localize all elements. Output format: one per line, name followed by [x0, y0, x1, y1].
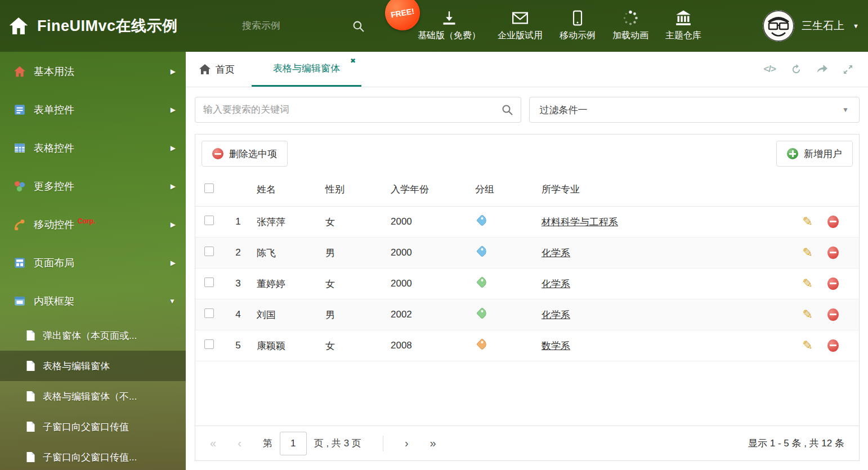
major-link[interactable]: 材料科学与工程系	[542, 217, 618, 227]
delete-row-icon[interactable]	[827, 216, 839, 228]
cell-gender: 女	[319, 216, 384, 229]
row-checkbox[interactable]	[204, 277, 214, 287]
file-icon	[26, 451, 35, 463]
column-header-year: 入学年份	[384, 183, 469, 196]
tag-icon	[476, 307, 488, 319]
sidebar-item-mobile-controls[interactable]: 移动控件 Corp. ▶	[0, 205, 186, 244]
sidebar: 基本用法 ▶ 表单控件 ▶ 表格控件 ▶ 更多	[0, 52, 186, 470]
major-link[interactable]: 化学系	[542, 279, 570, 289]
cell-gender: 男	[319, 308, 384, 321]
select-all-checkbox[interactable]	[204, 183, 214, 193]
nav-item-mobile-demo[interactable]: 移动示例	[560, 10, 596, 42]
first-page-icon[interactable]: «	[210, 437, 216, 450]
free-badge: FREE!	[382, 0, 423, 33]
delete-selected-button[interactable]: 删除选中项	[202, 141, 288, 167]
nav-item-theme-repo[interactable]: 主题仓库	[665, 10, 701, 42]
nav-item-enterprise-trial[interactable]: 企业版试用	[498, 10, 543, 42]
table-row[interactable]: 5 康颖颖 女 2008 数学系 ✎	[195, 330, 859, 361]
header-nav: 基础版（免费） 企业版试用 移动示例 加载动画	[418, 0, 701, 52]
sidebar-item-basic-usage[interactable]: 基本用法 ▶	[0, 52, 186, 91]
grid-toolbar: 删除选中项 新增用户	[195, 135, 859, 173]
user-name[interactable]: 三生石上	[802, 19, 844, 33]
sidebar-subitem-popup-window[interactable]: 弹出窗体（本页面或...	[0, 320, 186, 351]
expand-icon[interactable]	[843, 64, 853, 75]
sidebar-subitem-child-to-parent[interactable]: 子窗口向父窗口传值	[0, 411, 186, 442]
delete-row-icon[interactable]	[827, 339, 839, 352]
file-icon	[26, 421, 35, 432]
tab-home[interactable]: 首页	[186, 52, 252, 87]
next-page-icon[interactable]: ›	[405, 437, 409, 450]
edit-pencil-icon[interactable]: ✎	[803, 247, 813, 259]
file-icon	[26, 360, 35, 371]
page-number-input[interactable]	[280, 432, 307, 455]
prev-page-icon[interactable]: ‹	[238, 437, 241, 450]
row-number: 4	[226, 309, 250, 320]
column-header-gender: 性别	[319, 183, 384, 196]
last-page-icon[interactable]: »	[430, 437, 436, 450]
nav-item-label: 移动示例	[560, 30, 596, 42]
search-icon[interactable]	[502, 104, 513, 115]
chevron-right-icon: ▶	[171, 144, 176, 152]
chevron-down-icon: ▼	[169, 297, 176, 305]
table-row[interactable]: 2 陈飞 男 2000 化学系 ✎	[195, 238, 859, 268]
sidebar-item-label: 表格控件	[34, 141, 74, 155]
row-checkbox[interactable]	[204, 308, 214, 318]
delete-row-icon[interactable]	[827, 308, 839, 321]
nav-item-loading-animation[interactable]: 加载动画	[612, 10, 648, 42]
sidebar-item-inline-frame[interactable]: 内联框架 ▼	[0, 282, 186, 320]
edit-pencil-icon[interactable]: ✎	[803, 308, 813, 321]
sidebar-item-form-controls[interactable]: 表单控件 ▶	[0, 91, 186, 129]
nav-item-label: 加载动画	[612, 30, 648, 42]
sidebar-subitem-label: 表格与编辑窗体	[43, 360, 110, 373]
chevron-right-icon: ▶	[171, 221, 176, 229]
source-code-icon[interactable]: </>	[763, 64, 776, 75]
corp-badge: Corp.	[78, 217, 95, 225]
row-checkbox[interactable]	[204, 339, 214, 349]
filter-dropdown[interactable]: 过滤条件一 ▼	[529, 97, 860, 123]
sidebar-subitem-grid-edit-window-2[interactable]: 表格与编辑窗体（不...	[0, 381, 186, 411]
layout-icon	[14, 257, 26, 269]
major-link[interactable]: 化学系	[542, 310, 570, 320]
grid-panel: 删除选中项 新增用户 姓名 性别 入学年份 分组	[195, 134, 860, 461]
sidebar-subitem-child-to-parent-2[interactable]: 子窗口向父窗口传值...	[0, 442, 186, 470]
major-link[interactable]: 数学系	[542, 341, 570, 351]
minus-circle-icon	[212, 148, 223, 159]
sidebar-item-grid-controls[interactable]: 表格控件 ▶	[0, 129, 186, 167]
keyword-search-input[interactable]	[203, 104, 502, 115]
nav-item-basic-free[interactable]: 基础版（免费）	[418, 10, 481, 42]
edit-pencil-icon[interactable]: ✎	[803, 339, 813, 352]
sidebar-subitem-grid-edit-window[interactable]: 表格与编辑窗体	[0, 351, 186, 381]
open-new-window-icon[interactable]	[817, 64, 827, 75]
pagination-controls: « ‹ 第 页 , 共 3 页 › »	[210, 432, 436, 455]
avatar[interactable]	[763, 10, 794, 42]
sidebar-item-page-layout[interactable]: 页面布局 ▶	[0, 244, 186, 282]
table-row[interactable]: 3 董婷婷 女 2000 化学系 ✎	[195, 268, 859, 299]
add-user-button[interactable]: 新增用户	[776, 141, 853, 167]
column-header-name: 姓名	[250, 183, 319, 196]
cell-gender: 男	[319, 247, 384, 259]
filter-row: 过滤条件一 ▼	[195, 97, 860, 123]
major-link[interactable]: 化学系	[542, 248, 570, 258]
search-icon[interactable]	[352, 20, 364, 32]
refresh-icon[interactable]	[791, 64, 802, 75]
plus-circle-icon	[787, 148, 798, 159]
nav-item-label: 基础版（免费）	[418, 30, 481, 42]
home-icon[interactable]	[9, 17, 28, 34]
cell-name: 刘国	[250, 308, 319, 321]
edit-pencil-icon[interactable]: ✎	[803, 277, 813, 290]
table-row[interactable]: 4 刘国 男 2002 化学系 ✎	[195, 299, 859, 330]
tab-home-label: 首页	[216, 63, 235, 76]
edit-pencil-icon[interactable]: ✎	[803, 216, 813, 228]
sidebar-item-more-controls[interactable]: 更多控件 ▶	[0, 167, 186, 205]
row-checkbox[interactable]	[204, 216, 214, 225]
delete-row-icon[interactable]	[827, 247, 839, 259]
table-row[interactable]: 1 张萍萍 女 2000 材料科学与工程系 ✎	[195, 207, 859, 238]
chevron-right-icon: ▶	[171, 182, 176, 190]
tab-close-icon[interactable]: ✖	[350, 57, 356, 65]
header-search-input[interactable]	[242, 20, 326, 32]
delete-row-icon[interactable]	[827, 277, 839, 290]
pagination-bar: « ‹ 第 页 , 共 3 页 › » 显示 1 - 5 条 , 共 12 条	[195, 426, 859, 460]
column-header-group: 分组	[469, 183, 535, 196]
row-checkbox[interactable]	[204, 247, 214, 256]
tab-grid-edit-window[interactable]: 表格与编辑窗体 ✖	[252, 52, 361, 87]
